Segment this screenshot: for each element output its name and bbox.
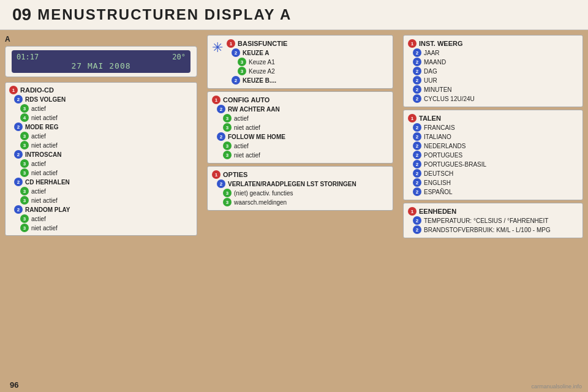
radio-cd-header: 1 RADIO-CD bbox=[9, 86, 193, 94]
badge-3-follow-actief: 3 bbox=[223, 141, 232, 150]
badge-2-nederlands: 2 bbox=[413, 141, 421, 150]
maand-row: 2 MAAND bbox=[408, 58, 578, 66]
jaar-label: JAAR bbox=[424, 50, 440, 56]
eenheden-header: 1 EENHEDEN bbox=[408, 207, 578, 216]
badge-2-francais: 2 bbox=[413, 123, 421, 132]
badge-3-mode-actief: 3 bbox=[20, 132, 29, 140]
rw-actief-label: actief bbox=[234, 115, 249, 122]
intro-actief-row: 3 actief bbox=[9, 159, 193, 168]
badge-2-temp: 2 bbox=[413, 216, 421, 225]
waarsch-label: waarsch.meldingen bbox=[234, 199, 287, 206]
random-play-label: RANDOM PLAY bbox=[25, 206, 70, 213]
follow-actief-row: 3 actief bbox=[212, 141, 388, 150]
left-column: A 01:17 20° 27 MAI 2008 1 RADIO-CD 2 RDS… bbox=[0, 30, 202, 391]
main-content: A 01:17 20° 27 MAI 2008 1 RADIO-CD 2 RDS… bbox=[0, 30, 588, 391]
follow-actief-label: actief bbox=[234, 143, 249, 149]
badge-2-verlaten: 2 bbox=[217, 179, 225, 188]
badge-2-keuze-b: 2 bbox=[232, 76, 240, 85]
niet-geactiv-row: 3 (niet) geactiv. functies bbox=[212, 189, 388, 197]
badge-3-keuze-a2: 3 bbox=[238, 67, 246, 75]
keuze-a-label: KEUZE A bbox=[243, 50, 270, 56]
badge-2-random: 2 bbox=[14, 205, 23, 214]
badge-3-follow-niet: 3 bbox=[223, 151, 232, 159]
uur-row: 2 UUR bbox=[408, 76, 578, 85]
rw-niet-actief-row: 3 niet actief bbox=[212, 123, 388, 132]
inst-weerg-label: INST. WEERG bbox=[419, 40, 463, 47]
nederlands-row: 2 NEDERLANDS bbox=[408, 141, 578, 150]
page-header: 09 MENUSTRUCTUREN DISPLAY A bbox=[0, 0, 588, 30]
badge-2-rw: 2 bbox=[217, 105, 225, 113]
badge-2-jaar: 2 bbox=[413, 48, 421, 57]
opties-panel: 1 OPTIES 2 VERLATEN/RAADPLEGEN LST STORI… bbox=[207, 166, 393, 211]
follow-me-label: FOLLOW ME HOME bbox=[228, 134, 285, 140]
badge-2-dag: 2 bbox=[413, 67, 421, 75]
badge-2-keuze-a: 2 bbox=[232, 48, 240, 57]
cd-niet-actief-label: niet actief bbox=[31, 197, 58, 204]
mode-reg-row: 2 MODE REG bbox=[9, 123, 193, 131]
minuten-label: MINUTEN bbox=[424, 86, 452, 93]
dag-row: 2 DAG bbox=[408, 67, 578, 75]
basisfunctie-label: BASISFUNCTIE bbox=[238, 40, 287, 47]
cd-herhalen-row: 2 CD HERHALEN bbox=[9, 178, 193, 186]
portugues-row: 2 PORTUGUES bbox=[408, 151, 578, 159]
eenheden-label: EENHEDEN bbox=[419, 208, 456, 215]
opties-label: OPTIES bbox=[223, 171, 247, 178]
italiano-row: 2 ITALIANO bbox=[408, 132, 578, 141]
rds-volgen-label: RDS VOLGEN bbox=[25, 96, 66, 103]
francais-row: 2 FRANCAIS bbox=[408, 123, 578, 132]
intro-niet-actief-row: 3 niet actief bbox=[9, 168, 193, 177]
chapter-number: 09 bbox=[12, 5, 31, 24]
snowflake-icon: ✳ bbox=[212, 40, 223, 56]
random-niet-actief-row: 3 niet actief bbox=[9, 224, 193, 232]
page-title: MENUSTRUCTUREN DISPLAY A bbox=[37, 6, 292, 23]
rw-actief-row: 3 actief bbox=[212, 114, 388, 123]
badge-3-random-actief: 3 bbox=[20, 214, 29, 223]
badge-1-config: 1 bbox=[212, 96, 221, 104]
portugues-brasil-row: 2 PORTUGUES-BRASIL bbox=[408, 160, 578, 168]
deutsch-label: DEUTSCH bbox=[424, 170, 453, 177]
jaar-row: 2 JAAR bbox=[408, 48, 578, 57]
badge-3-rds-niet: 4 bbox=[20, 113, 29, 122]
inst-weerg-header: 1 INST. WEERG bbox=[408, 39, 578, 48]
display-time: 01:17 bbox=[17, 53, 39, 61]
badge-3-rds-actief: 3 bbox=[20, 104, 29, 113]
cd-niet-actief-row: 3 niet actief bbox=[9, 196, 193, 205]
portugues-brasil-label: PORTUGUES-BRASIL bbox=[424, 161, 486, 168]
cd-herhalen-label: CD HERHALEN bbox=[25, 179, 70, 186]
basisfunctie-header: 1 BASISFUNCTIE bbox=[227, 39, 388, 48]
badge-1-eenheden: 1 bbox=[408, 207, 417, 216]
badge-2-italiano: 2 bbox=[413, 132, 421, 141]
badge-1-opties: 1 bbox=[212, 170, 221, 179]
mode-niet-actief-row: 3 niet actief bbox=[9, 141, 193, 149]
english-label: ENGLISH bbox=[424, 179, 451, 186]
niet-geactiv-label: (niet) geactiv. functies bbox=[234, 190, 293, 197]
badge-3-niet-geactiv: 3 bbox=[223, 189, 232, 197]
badge-3-mode-niet: 3 bbox=[20, 141, 29, 149]
uur-label: UUR bbox=[424, 77, 437, 84]
talen-label: TALEN bbox=[419, 115, 441, 122]
random-play-row: 2 RANDOM PLAY bbox=[9, 205, 193, 214]
display-temp: 20° bbox=[172, 53, 186, 61]
config-header: 1 CONFIG AUTO bbox=[212, 96, 388, 104]
mode-niet-actief-label: niet actief bbox=[31, 142, 58, 149]
keuze-a2-row: 3 Keuze A2 bbox=[227, 67, 388, 75]
badge-2-rds: 2 bbox=[14, 95, 23, 104]
display-screen: 01:17 20° 27 MAI 2008 bbox=[12, 50, 190, 73]
badge-2-brandstof: 2 bbox=[413, 225, 421, 234]
mode-reg-label: MODE REG bbox=[25, 124, 58, 130]
rds-actief-row: 3 actief bbox=[9, 104, 193, 113]
introscan-label: INTROSCAN bbox=[25, 151, 61, 158]
display-date: 27 MAI 2008 bbox=[71, 61, 130, 70]
badge-1-inst: 1 bbox=[408, 39, 417, 48]
francais-label: FRANCAIS bbox=[424, 124, 455, 131]
english-row: 2 ENGLISH bbox=[408, 178, 578, 187]
badge-1-basis: 1 bbox=[227, 39, 235, 48]
radio-cd-label: RADIO-CD bbox=[20, 86, 54, 94]
right-column: 1 INST. WEERG 2 JAAR 2 MAAND 2 DAG 2 UUR… bbox=[398, 30, 588, 391]
rw-niet-actief-label: niet actief bbox=[234, 124, 260, 131]
espanol-label: ESPAÑOL bbox=[424, 189, 453, 195]
badge-3-intro-niet: 3 bbox=[20, 168, 29, 177]
random-actief-label: actief bbox=[31, 216, 46, 222]
badge-2-english: 2 bbox=[413, 178, 421, 187]
intro-niet-actief-label: niet actief bbox=[31, 170, 58, 176]
